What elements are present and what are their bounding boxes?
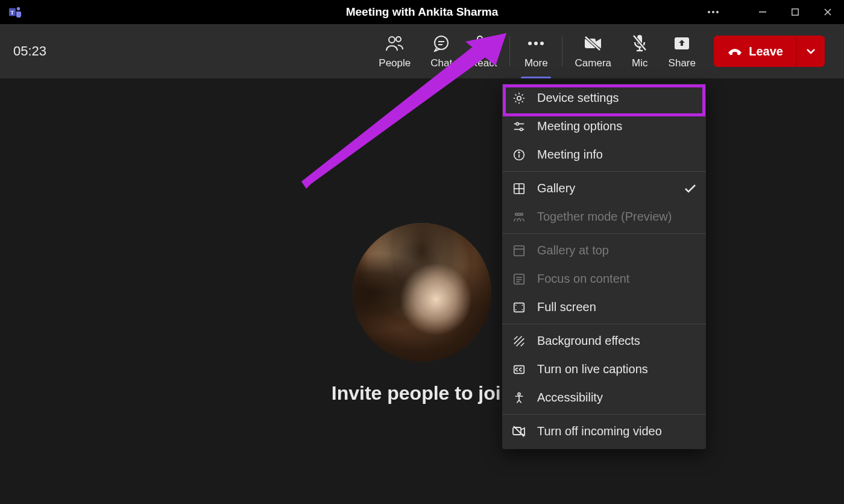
svg-point-42: [521, 213, 523, 215]
svg-point-2: [17, 7, 20, 11]
menu-background-effects[interactable]: Background effects: [502, 327, 706, 355]
svg-rect-6: [759, 11, 766, 13]
svg-point-4: [712, 11, 714, 13]
camera-off-icon: [583, 33, 603, 54]
chevron-down-icon: [806, 48, 816, 54]
svg-point-3: [708, 11, 710, 13]
mic-off-icon: [631, 33, 648, 54]
meeting-timer: 05:23: [13, 43, 46, 59]
window-title: Meeting with Ankita Sharma: [346, 5, 499, 19]
menu-turn-off-incoming-video[interactable]: Turn off incoming video: [502, 417, 706, 446]
react-button[interactable]: React: [462, 24, 505, 78]
people-icon: [385, 33, 405, 54]
gallery-top-icon: [512, 244, 526, 258]
svg-point-32: [516, 122, 518, 125]
chat-button[interactable]: Chat: [420, 24, 462, 78]
participant-avatar: [353, 223, 491, 362]
background-effects-icon: [512, 334, 526, 348]
menu-full-screen[interactable]: Full screen: [502, 293, 706, 321]
menu-meeting-info[interactable]: Meeting info: [502, 140, 706, 169]
menu-together-mode: Together mode (Preview): [502, 203, 706, 231]
svg-point-12: [435, 36, 448, 49]
fullscreen-icon: [512, 300, 526, 315]
share-icon: [673, 33, 691, 54]
menu-divider: [502, 324, 706, 324]
more-menu: Device settings Meeting options Meeting …: [502, 84, 706, 449]
svg-text:T: T: [10, 10, 14, 16]
menu-gallery[interactable]: Gallery: [502, 174, 706, 203]
svg-point-37: [518, 151, 520, 153]
menu-live-captions[interactable]: Turn on live captions: [502, 355, 706, 383]
menu-meeting-options[interactable]: Meeting options: [502, 112, 706, 140]
svg-line-51: [514, 336, 518, 339]
menu-divider: [502, 414, 706, 415]
svg-line-53: [516, 338, 524, 346]
svg-point-16: [487, 46, 488, 47]
gallery-icon: [512, 181, 526, 196]
menu-divider: [502, 233, 706, 234]
titlebar: T Meeting with Ankita Sharma: [0, 0, 844, 24]
camera-button[interactable]: Camera: [567, 24, 619, 78]
leave-button[interactable]: Leave: [714, 36, 796, 67]
teams-icon: T: [8, 5, 22, 19]
svg-rect-57: [513, 427, 521, 435]
svg-point-56: [518, 392, 520, 395]
people-button[interactable]: People: [369, 24, 420, 78]
svg-line-52: [514, 336, 522, 344]
svg-point-34: [520, 128, 523, 130]
svg-rect-7: [792, 9, 798, 15]
more-button[interactable]: More: [515, 24, 557, 78]
svg-point-17: [489, 46, 490, 47]
svg-point-30: [517, 96, 521, 99]
svg-point-11: [396, 37, 401, 42]
hangup-icon: [727, 46, 743, 56]
video-off-icon: [512, 424, 526, 439]
together-mode-icon: [512, 210, 526, 224]
react-icon: [474, 33, 493, 54]
menu-gallery-at-top: Gallery at top: [502, 236, 706, 265]
meeting-stage: Invite people to join: [0, 78, 844, 504]
menu-focus-content: Focus on content: [502, 265, 706, 293]
gear-icon: [512, 91, 526, 106]
mic-button[interactable]: Mic: [619, 24, 661, 78]
svg-rect-50: [514, 303, 524, 312]
svg-point-5: [716, 11, 719, 13]
menu-divider: [502, 171, 706, 172]
maximize-button[interactable]: [779, 0, 811, 24]
svg-rect-44: [514, 245, 524, 256]
svg-point-10: [389, 37, 395, 43]
close-button[interactable]: [811, 0, 844, 24]
menu-accessibility[interactable]: Accessibility: [502, 383, 706, 412]
minimize-button[interactable]: [746, 0, 779, 24]
captions-icon: [512, 362, 526, 377]
invite-label: Invite people to join: [332, 382, 512, 405]
toolbar-separator: [509, 36, 510, 66]
check-icon: [684, 184, 696, 194]
leave-dropdown-button[interactable]: [796, 36, 825, 67]
share-button[interactable]: Share: [661, 24, 703, 78]
more-icon: [528, 33, 544, 54]
svg-point-41: [515, 213, 518, 215]
titlebar-more-icon[interactable]: [698, 0, 728, 24]
meeting-toolbar: 05:23 People Chat: [0, 24, 844, 78]
svg-line-54: [521, 342, 524, 346]
menu-device-settings[interactable]: Device settings: [502, 84, 706, 112]
sliders-icon: [512, 119, 526, 134]
chat-icon: [432, 33, 450, 54]
accessibility-icon: [512, 391, 526, 405]
svg-point-43: [518, 213, 520, 215]
info-icon: [512, 148, 526, 162]
svg-rect-46: [514, 274, 524, 284]
svg-point-20: [540, 42, 544, 45]
toolbar-separator: [562, 36, 562, 66]
focus-content-icon: [512, 272, 526, 286]
svg-point-19: [534, 42, 538, 45]
svg-point-18: [528, 42, 532, 45]
